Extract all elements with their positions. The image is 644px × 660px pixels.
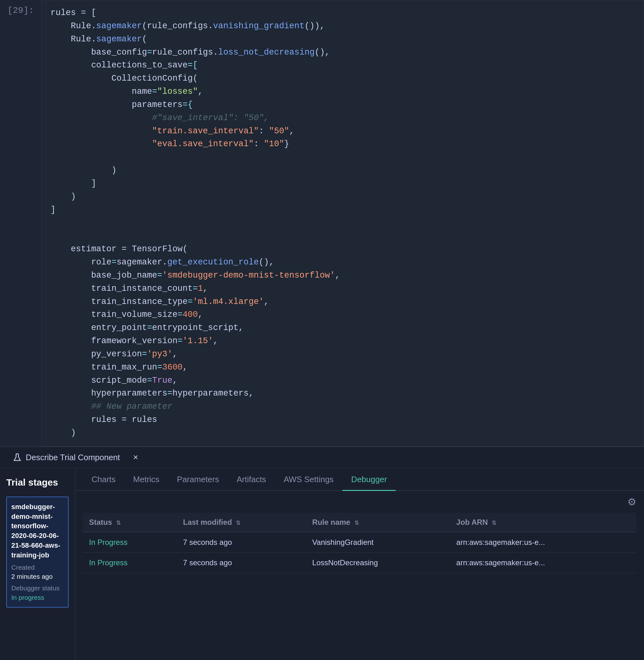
cell-last-modified-2: 7 seconds ago — [177, 552, 306, 573]
code-line: "eval.save_interval": "10"} — [50, 138, 635, 151]
debugger-table: Status ⇅ Last modified ⇅ Rule name ⇅ Job… — [83, 513, 637, 573]
code-line: base_job_name='smdebugger-demo-mnist-ten… — [50, 269, 635, 282]
code-line: ] — [50, 177, 635, 191]
table-area: ⚙ Status ⇅ Last modified ⇅ Rule nam — [75, 491, 644, 573]
trial-item-debugger-value: In progress — [11, 593, 64, 602]
status-badge-1: In Progress — [89, 538, 128, 546]
panel-body: Trial stages smdebugger-demo-mnist-tenso… — [0, 468, 644, 660]
tab-artifacts[interactable]: Artifacts — [228, 475, 275, 491]
code-content[interactable]: rules = [ Rule.sagemaker(rule_configs.va… — [41, 0, 644, 446]
cell-status-2: In Progress — [83, 552, 177, 573]
cell-last-modified-1: 7 seconds ago — [177, 532, 306, 553]
status-badge-2: In Progress — [89, 558, 128, 567]
code-line: collections_to_save=[ — [50, 59, 635, 72]
trial-item-debugger-label: Debugger status — [11, 584, 64, 593]
trial-content: Charts Metrics Parameters Artifacts AWS … — [75, 468, 644, 660]
sort-icon-status: ⇅ — [116, 520, 121, 526]
trial-item[interactable]: smdebugger-demo-mnist-tensorflow-2020-06… — [6, 497, 69, 608]
code-line — [50, 151, 635, 164]
trial-sidebar: Trial stages smdebugger-demo-mnist-tenso… — [0, 468, 75, 660]
cell-rule-name-2: LossNotDecreasing — [306, 552, 450, 573]
code-line: base_config=rule_configs.loss_not_decrea… — [50, 46, 635, 59]
code-line: train_max_run=3600, — [50, 361, 635, 374]
sort-icon-rule-name: ⇅ — [354, 520, 359, 526]
panel-tab-describe[interactable]: Describe Trial Component — [7, 447, 125, 468]
code-line: train_volume_size=400, — [50, 308, 635, 322]
tab-parameters[interactable]: Parameters — [168, 475, 228, 491]
column-header-last-modified[interactable]: Last modified ⇅ — [177, 513, 306, 532]
code-line: CollectionConfig( — [50, 72, 635, 85]
table-header-row: Status ⇅ Last modified ⇅ Rule name ⇅ Job… — [83, 513, 637, 532]
column-header-job-arn[interactable]: Job ARN ⇅ — [450, 513, 637, 532]
code-line: estimator = TensorFlow( — [50, 243, 635, 256]
tab-metrics[interactable]: Metrics — [124, 475, 168, 491]
cell-number: [29]: — [0, 0, 41, 446]
settings-icon[interactable]: ⚙ — [627, 496, 637, 508]
code-line: ) — [50, 191, 635, 203]
table-row: In Progress 7 seconds ago VanishingGradi… — [83, 532, 637, 553]
tab-charts[interactable]: Charts — [83, 475, 124, 491]
code-line: ] — [50, 203, 635, 217]
code-line: role=sagemaker.get_execution_role(), — [50, 256, 635, 269]
panel-tab-label: Describe Trial Component — [26, 453, 120, 462]
content-tabs: Charts Metrics Parameters Artifacts AWS … — [75, 468, 644, 491]
column-header-status[interactable]: Status ⇅ — [83, 513, 177, 532]
trial-item-created-label: Created — [11, 563, 64, 572]
tab-aws-settings[interactable]: AWS Settings — [275, 475, 342, 491]
flask-icon — [13, 453, 22, 462]
code-line: script_mode=True, — [50, 374, 635, 388]
code-line: rules = [ — [50, 6, 635, 20]
code-line: entry_point=entrypoint_script, — [50, 322, 635, 335]
cell-rule-name-1: VanishingGradient — [306, 532, 450, 553]
tab-debugger[interactable]: Debugger — [342, 475, 396, 491]
cell-job-arn-2: arn:aws:sagemaker:us-e... — [450, 552, 637, 573]
code-section: [29]: rules = [ Rule.sagemaker(rule_conf… — [0, 0, 644, 446]
code-line: Rule.sagemaker(rule_configs.vanishing_gr… — [50, 20, 635, 33]
column-header-rule-name[interactable]: Rule name ⇅ — [306, 513, 450, 532]
code-line: framework_version='1.15', — [50, 335, 635, 348]
code-line: ) — [50, 426, 635, 440]
sort-icon-last-modified: ⇅ — [236, 520, 240, 526]
table-row: In Progress 7 seconds ago LossNotDecreas… — [83, 552, 637, 573]
code-line: rules = rules — [50, 414, 635, 426]
trial-item-created-value: 2 minutes ago — [11, 572, 64, 581]
code-line — [50, 229, 635, 243]
code-line: parameters={ — [50, 98, 635, 112]
code-cell: [29]: rules = [ Rule.sagemaker(rule_conf… — [0, 0, 644, 446]
code-line: train_instance_type='ml.m4.xlarge', — [50, 295, 635, 309]
trial-item-name: smdebugger-demo-mnist-tensorflow-2020-06… — [11, 502, 64, 560]
code-line: name="losses", — [50, 85, 635, 98]
table-toolbar: ⚙ — [83, 491, 637, 513]
code-line: train_instance_count=1, — [50, 282, 635, 295]
code-line: hyperparameters=hyperparameters, — [50, 387, 635, 400]
code-line — [50, 217, 635, 230]
code-line: "train.save_interval": "50", — [50, 125, 635, 138]
code-line: #"save_interval": "50", — [50, 112, 635, 125]
code-line: ## New parameter — [50, 400, 635, 414]
bottom-panel: Describe Trial Component × Trial stages … — [0, 446, 644, 660]
trial-stages-title: Trial stages — [6, 477, 69, 488]
code-line: Rule.sagemaker( — [50, 33, 635, 46]
code-line: ) — [50, 164, 635, 177]
sort-icon-job-arn: ⇅ — [491, 520, 496, 526]
code-line: py_version='py3', — [50, 348, 635, 361]
panel-tab-bar: Describe Trial Component × — [0, 447, 644, 468]
cell-status-1: In Progress — [83, 532, 177, 553]
panel-close-button[interactable]: × — [130, 452, 141, 463]
cell-job-arn-1: arn:aws:sagemaker:us-e... — [450, 532, 637, 553]
